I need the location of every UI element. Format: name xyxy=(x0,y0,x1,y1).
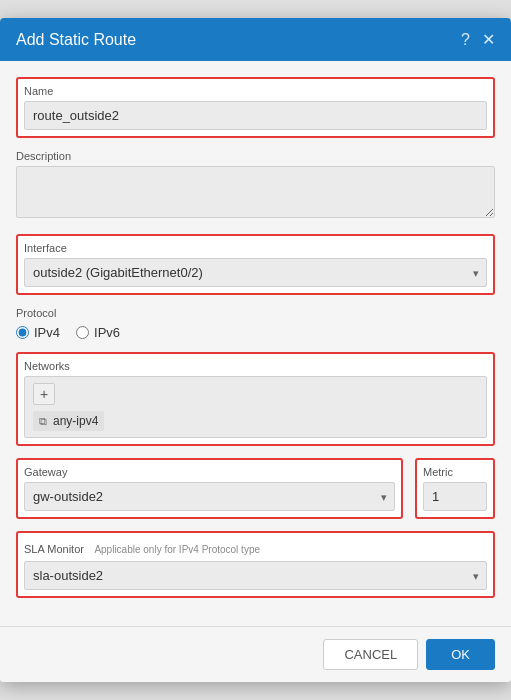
dialog-body: Name Description Interface outside2 (Gig… xyxy=(0,61,511,626)
protocol-field-group: Protocol IPv4 IPv6 xyxy=(16,307,495,340)
protocol-label: Protocol xyxy=(16,307,495,319)
gateway-select[interactable]: gw-outside2 xyxy=(24,482,395,511)
networks-field-group: Networks + ⧉ any-ipv4 xyxy=(16,352,495,446)
networks-label: Networks xyxy=(24,360,487,372)
dialog-footer: CANCEL OK xyxy=(0,626,511,682)
sla-monitor-note: Applicable only for IPv4 Protocol type xyxy=(94,544,260,555)
ipv4-radio-option[interactable]: IPv4 xyxy=(16,325,60,340)
interface-select[interactable]: outside2 (GigabitEthernet0/2) xyxy=(24,258,487,287)
name-label: Name xyxy=(24,85,487,97)
ipv6-radio-option[interactable]: IPv6 xyxy=(76,325,120,340)
cancel-button[interactable]: CANCEL xyxy=(323,639,418,670)
metric-input[interactable] xyxy=(423,482,487,511)
description-textarea[interactable] xyxy=(16,166,495,218)
description-label: Description xyxy=(16,150,495,162)
header-icons: ? ✕ xyxy=(461,30,495,49)
network-item-label: any-ipv4 xyxy=(53,414,98,428)
gateway-field-group: Gateway gw-outside2 ▾ xyxy=(16,458,403,519)
interface-label: Interface xyxy=(24,242,487,254)
sla-monitor-label: SLA Monitor xyxy=(24,543,84,555)
sla-monitor-field-group: SLA Monitor Applicable only for IPv4 Pro… xyxy=(16,531,495,598)
name-field-group: Name xyxy=(16,77,495,138)
metric-field-group: Metric xyxy=(415,458,495,519)
sla-monitor-select[interactable]: sla-outside2 xyxy=(24,561,487,590)
sla-monitor-select-wrapper: sla-outside2 ▾ xyxy=(24,561,487,590)
network-item: ⧉ any-ipv4 xyxy=(33,411,104,431)
sla-label-row: SLA Monitor Applicable only for IPv4 Pro… xyxy=(24,539,487,557)
interface-select-wrapper: outside2 (GigabitEthernet0/2) ▾ xyxy=(24,258,487,287)
networks-add-button[interactable]: + xyxy=(33,383,55,405)
help-icon[interactable]: ? xyxy=(461,31,470,49)
protocol-options: IPv4 IPv6 xyxy=(16,325,495,340)
ok-button[interactable]: OK xyxy=(426,639,495,670)
name-input[interactable] xyxy=(24,101,487,130)
gateway-select-wrapper: gw-outside2 ▾ xyxy=(24,482,395,511)
close-icon[interactable]: ✕ xyxy=(482,30,495,49)
metric-label: Metric xyxy=(423,466,487,478)
add-static-route-dialog: Add Static Route ? ✕ Name Description In… xyxy=(0,18,511,682)
gateway-metric-row: Gateway gw-outside2 ▾ Metric xyxy=(16,458,495,519)
ipv6-label: IPv6 xyxy=(94,325,120,340)
networks-box: + ⧉ any-ipv4 xyxy=(24,376,487,438)
description-field-group: Description xyxy=(16,150,495,222)
dialog-title: Add Static Route xyxy=(16,31,136,49)
gateway-label: Gateway xyxy=(24,466,395,478)
ipv6-radio[interactable] xyxy=(76,326,89,339)
interface-field-group: Interface outside2 (GigabitEthernet0/2) … xyxy=(16,234,495,295)
dialog-header: Add Static Route ? ✕ xyxy=(0,18,511,61)
ipv4-label: IPv4 xyxy=(34,325,60,340)
ipv4-radio[interactable] xyxy=(16,326,29,339)
network-item-icon: ⧉ xyxy=(39,415,47,428)
